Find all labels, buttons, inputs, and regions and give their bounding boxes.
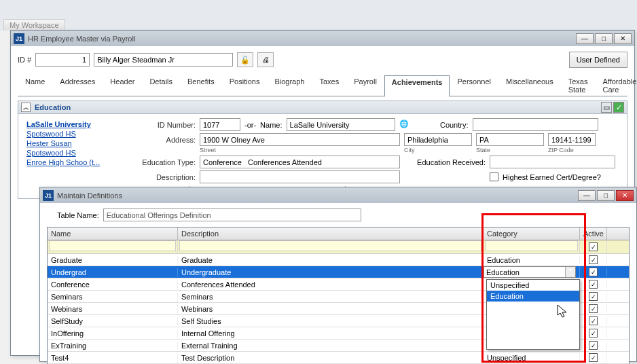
city-field[interactable] [404,133,472,146]
country-label: Country: [414,121,469,129]
active-checkbox[interactable]: ✓ [589,292,598,301]
tab-details[interactable]: Details [142,75,180,96]
cell-active: ✓ [580,353,607,362]
tab-texas-state[interactable]: Texas State [561,75,596,96]
filter-row: ✓ [48,240,629,254]
minimize-button[interactable]: — [578,190,596,201]
tab-name[interactable]: Name [18,75,52,96]
tab-affordable-care[interactable]: Affordable Care [595,75,637,96]
maximize-button[interactable]: □ [595,33,613,44]
globe-icon[interactable]: 🌐 [399,120,410,130]
active-checkbox[interactable]: ✓ [589,341,598,350]
description-label: Description: [121,173,196,181]
cell-name: Test4 [48,354,178,362]
cell-name: Conference [48,280,178,289]
education-link[interactable]: LaSalle University [26,120,117,129]
filter-active-checkbox[interactable]: ✓ [589,242,598,251]
active-checkbox[interactable]: ✓ [589,353,598,362]
active-checkbox[interactable]: ✓ [589,304,598,313]
name-field-label: Name: [260,121,282,129]
col-header-active[interactable]: Active [580,228,607,240]
unlock-icon[interactable]: 🔓 [237,52,253,67]
cell-description: Self Studies [178,317,484,325]
close-button[interactable]: ✕ [616,190,634,201]
education-link[interactable]: Enroe High Schoo (t... [26,158,117,167]
active-checkbox[interactable]: ✓ [589,280,598,289]
tab-benefits[interactable]: Benefits [180,75,222,96]
active-checkbox[interactable]: ✓ [589,268,598,276]
close-button[interactable]: ✕ [614,33,632,44]
cell-name: Graduate [48,256,178,264]
active-checkbox[interactable]: ✓ [589,329,598,338]
section-icon[interactable]: ▭ [601,102,612,113]
app-icon: J1 [43,190,54,201]
cell-description: Internal Offering [178,329,484,338]
tab-payroll[interactable]: Payroll [346,75,384,96]
tab-addresses[interactable]: Addresses [52,75,103,96]
cell-description: External Training [178,342,484,350]
tab-biograph[interactable]: Biograph [267,75,312,96]
cell-active: ✓ [580,255,607,264]
cell-name: InOffering [48,329,178,338]
cell-category[interactable]: Unspecified [484,354,580,362]
col-header-category[interactable]: Category [484,228,580,240]
minimize-button[interactable]: — [576,33,594,44]
dropdown-option[interactable]: Unspecified [487,280,579,291]
active-checkbox[interactable]: ✓ [589,316,598,325]
tab-header[interactable]: Header [103,75,142,96]
collapse-icon[interactable]: ︽ [21,103,31,112]
main-titlebar[interactable]: J1 HR Employee Master via Payroll — □ ✕ [11,31,634,46]
institution-name-field[interactable] [287,118,395,131]
active-checkbox[interactable]: ✓ [589,255,598,264]
edu-received-field[interactable] [490,156,615,168]
description-field[interactable] [200,170,400,183]
employee-name-input[interactable] [94,53,233,67]
tab-taxes[interactable]: Taxes [312,75,346,96]
workspace-tab[interactable]: My Workspace [3,19,65,31]
def-titlebar[interactable]: J1 Maintain Definitions — □ ✕ [40,187,636,203]
zip-field[interactable] [548,133,596,146]
print-icon[interactable]: 🖨 [257,52,274,67]
street-sublabel: Street [200,147,400,153]
cell-category[interactable]: Education [484,256,580,264]
tab-personnel[interactable]: Personnel [450,75,498,96]
chevron-down-icon[interactable]: ▾ [565,267,575,277]
filter-cat[interactable] [485,240,578,251]
edu-type-field[interactable] [200,156,400,168]
id-number-field[interactable] [200,118,240,131]
education-link[interactable]: Hester Susan [26,139,117,148]
category-combobox[interactable]: Education▾ [484,266,576,278]
education-link[interactable]: Spotswood HS [26,129,117,139]
tab-positions[interactable]: Positions [222,75,268,96]
state-field[interactable] [476,133,544,146]
cell-active: ✓ [580,280,607,289]
cell-category[interactable]: Education▾ [484,266,580,278]
dropdown-option[interactable]: Education [487,291,579,302]
col-header-name[interactable]: Name [48,228,178,240]
section-check-icon[interactable]: ✓ [613,102,624,113]
user-defined-button[interactable]: User Defined [569,52,627,68]
education-link[interactable]: Spotswood HS [26,148,117,158]
cell-description: Test Description [178,354,484,362]
address-field[interactable] [200,133,400,146]
cell-active: ✓ [580,268,607,276]
col-header-description[interactable]: Description [178,228,484,240]
filter-desc[interactable] [179,240,481,251]
highest-cert-checkbox[interactable] [490,172,498,181]
country-field[interactable] [473,118,598,131]
main-title: HR Employee Master via Payroll [28,35,576,43]
cell-name: Webinars [48,305,178,313]
tab-achievements[interactable]: Achievements [384,75,450,96]
tab-miscellaneous[interactable]: Miscellaneous [498,75,561,96]
cell-description: Graduate [178,256,484,264]
edu-type-label: Education Type: [121,158,196,166]
table-row[interactable]: GraduateGraduateEducation✓ [48,254,629,266]
id-input[interactable] [35,53,90,67]
maximize-button[interactable]: □ [597,190,615,201]
table-row[interactable]: UndergradUndergraduateEducation▾✓ [48,266,629,278]
table-row[interactable]: Test4Test DescriptionUnspecified✓ [48,352,629,364]
cell-description: Conferences Attended [178,280,484,289]
filter-name[interactable] [49,240,176,251]
table-name-field[interactable] [103,208,361,221]
def-title: Maintain Definitions [57,192,578,200]
